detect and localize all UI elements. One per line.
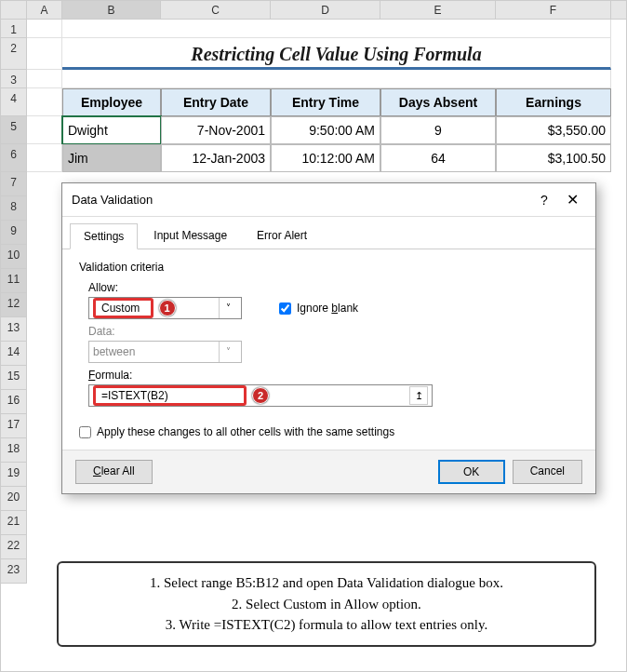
collapse-icon[interactable]: ↥	[409, 386, 428, 405]
row-header-10[interactable]: 10	[1, 245, 27, 269]
cell-C6[interactable]: 12-Jan-2003	[161, 144, 271, 172]
data-value: between	[93, 345, 219, 358]
row-header-18[interactable]: 18	[1, 438, 27, 463]
row-header-13[interactable]: 13	[1, 317, 27, 342]
hdr-earnings[interactable]: Earnings	[496, 88, 611, 116]
col-header-F[interactable]: F	[496, 1, 611, 19]
chevron-down-icon[interactable]: ˅	[219, 298, 237, 318]
row-headers-col: 1 2 3 4 5 6 7 8 9 10 11 12 13 14 15 16 1…	[1, 20, 27, 584]
row-header-15[interactable]: 15	[1, 366, 27, 390]
instruction-caption: 1. Select range B5:B12 and open Data Val…	[57, 561, 596, 647]
cell-B3[interactable]	[62, 70, 611, 88]
ignore-blank-row[interactable]: Ignore blank	[279, 302, 358, 315]
chevron-down-icon: ˅	[219, 342, 237, 362]
cell-B5[interactable]: Dwight	[62, 116, 161, 144]
formula-value[interactable]: =ISTEXT(B2)	[93, 385, 247, 406]
row-header-20[interactable]: 20	[1, 487, 27, 511]
row-header-14[interactable]: 14	[1, 342, 27, 366]
row-header-3[interactable]: 3	[1, 70, 27, 88]
cell-A4[interactable]	[27, 88, 62, 116]
tab-settings[interactable]: Settings	[70, 223, 138, 249]
caption-line-2: 2. Select Custom in Allow option.	[72, 594, 581, 615]
row-header-9[interactable]: 9	[1, 221, 27, 245]
row-header-16[interactable]: 16	[1, 390, 27, 414]
apply-changes-row[interactable]: Apply these changes to all other cells w…	[79, 425, 579, 438]
clear-all-button[interactable]: Clear All	[75, 460, 153, 484]
data-select: between ˅	[88, 341, 242, 363]
col-header-A[interactable]: A	[27, 1, 62, 19]
caption-line-1: 1. Select range B5:B12 and open Data Val…	[72, 572, 581, 594]
data-label: Data:	[88, 325, 579, 338]
col-header-E[interactable]: E	[380, 1, 496, 19]
row-header-1[interactable]: 1	[1, 20, 27, 38]
row-header-17[interactable]: 17	[1, 414, 27, 438]
cell-D6[interactable]: 10:12:00 AM	[271, 144, 380, 172]
ok-button[interactable]: OK	[438, 460, 505, 484]
apply-changes-checkbox[interactable]	[79, 426, 91, 438]
row-header-19[interactable]: 19	[1, 463, 27, 487]
row-header-21[interactable]: 21	[1, 511, 27, 535]
formula-input-wrap[interactable]: =ISTEXT(B2) 2 ↥	[88, 384, 433, 407]
allow-label: Allow:	[88, 281, 579, 294]
cell-F6[interactable]: $3,100.50	[496, 144, 611, 172]
cell-E6[interactable]: 64	[380, 144, 496, 172]
formula-label: Formula:	[88, 369, 579, 382]
row-header-7[interactable]: 7	[1, 172, 27, 196]
row-header-11[interactable]: 11	[1, 269, 27, 293]
row-header-8[interactable]: 8	[1, 196, 27, 221]
page-title[interactable]: Restricting Cell Value Using Formula	[62, 38, 611, 70]
cell-A5[interactable]	[27, 116, 62, 144]
hdr-days-absent[interactable]: Days Absent	[380, 88, 496, 116]
col-header-B[interactable]: B	[62, 1, 161, 19]
hdr-employee[interactable]: Employee	[62, 88, 161, 116]
dialog-tabs: Settings Input Message Error Alert	[62, 217, 595, 249]
dialog-body: Validation criteria Allow: Custom 1 ˅ Ig…	[62, 249, 595, 450]
cell-B6[interactable]: Jim	[62, 144, 161, 172]
cell-A1[interactable]	[27, 20, 62, 38]
allow-select[interactable]: Custom 1 ˅	[88, 297, 242, 319]
hdr-entry-time[interactable]: Entry Time	[271, 88, 380, 116]
marker-1: 1	[159, 300, 176, 316]
dialog-buttons: Clear All OK Cancel	[62, 450, 595, 493]
cell-C5[interactable]: 7-Nov-2001	[161, 116, 271, 144]
ignore-blank-label: Ignore blank	[297, 302, 358, 315]
cell-D5[interactable]: 9:50:00 AM	[271, 116, 380, 144]
row-header-12[interactable]: 12	[1, 293, 27, 317]
help-icon[interactable]: ?	[530, 193, 558, 208]
caption-line-3: 3. Write =ISTEXT(C2) formula to allow te…	[72, 614, 581, 636]
close-icon[interactable]: ✕	[558, 191, 586, 208]
tab-input-message[interactable]: Input Message	[140, 222, 241, 249]
apply-changes-label: Apply these changes to all other cells w…	[97, 425, 394, 438]
row-header-4[interactable]: 4	[1, 88, 27, 116]
row-header-5[interactable]: 5	[1, 116, 27, 144]
cell-A3[interactable]	[27, 70, 62, 88]
cell-F5[interactable]: $3,550.00	[496, 116, 611, 144]
row-header-6[interactable]: 6	[1, 144, 27, 172]
ignore-blank-checkbox[interactable]	[279, 302, 291, 315]
row-header-23[interactable]: 23	[1, 559, 27, 584]
select-all-corner[interactable]	[1, 1, 27, 19]
col-header-D[interactable]: D	[271, 1, 380, 19]
allow-value: Custom	[93, 298, 153, 318]
row-header-2[interactable]: 2	[1, 38, 27, 70]
column-header-row: A B C D E F	[1, 1, 626, 20]
criteria-label: Validation criteria	[79, 261, 579, 274]
col-header-C[interactable]: C	[161, 1, 271, 19]
cell-E5[interactable]: 9	[380, 116, 496, 144]
dialog-title: Data Validation	[72, 193, 530, 207]
cancel-button[interactable]: Cancel	[513, 460, 582, 484]
tab-error-alert[interactable]: Error Alert	[243, 222, 321, 249]
cell-A2[interactable]	[27, 38, 62, 70]
marker-2: 2	[252, 387, 269, 404]
cell-A6[interactable]	[27, 144, 62, 172]
dialog-titlebar[interactable]: Data Validation ? ✕	[62, 183, 595, 217]
data-validation-dialog: Data Validation ? ✕ Settings Input Messa…	[61, 182, 596, 494]
cell-B1[interactable]	[62, 20, 611, 38]
hdr-entry-date[interactable]: Entry Date	[161, 88, 271, 116]
row-header-22[interactable]: 22	[1, 535, 27, 559]
